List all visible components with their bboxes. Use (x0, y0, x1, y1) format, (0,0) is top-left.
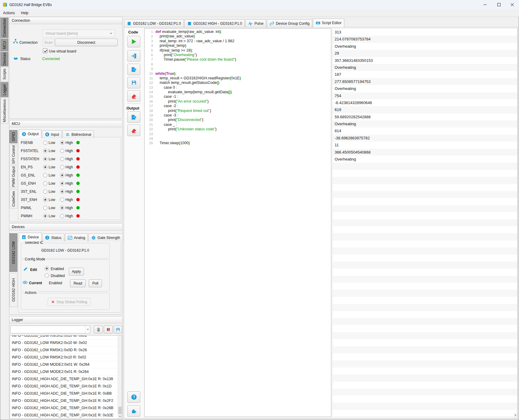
side-tab-devices[interactable]: Devices (1, 52, 8, 66)
high-radio[interactable]: High (60, 206, 76, 210)
clear-output-button[interactable] (127, 125, 140, 136)
log-row[interactable]: INFO - GD3162_LOW RMSK2:0x10 W: 0x02 (10, 335, 122, 339)
low-radio[interactable]: Low (43, 165, 60, 169)
side-tab-miscellaneous[interactable]: Miscellaneous (1, 98, 8, 124)
keyboard-icon (316, 21, 320, 25)
line-number: 10 (145, 72, 155, 76)
log-row[interactable]: INFO - GD3162_LOW RMSK1:0x0D R: 0x26 (10, 347, 122, 354)
high-radio[interactable]: High (60, 181, 76, 186)
log-row[interactable]: INFO - GD3162_LOW MODE2:0x01 R: 0x264 (10, 368, 122, 376)
log-row[interactable]: INFO - GD3162_HIGH ADC_DIE_TEMP_GH:0x1E … (10, 383, 122, 390)
low-radio[interactable]: Low (43, 206, 60, 210)
high-radio[interactable]: High (60, 149, 76, 153)
logger-filter-input[interactable] (12, 326, 85, 333)
main-tab-device-group-config[interactable]: Device Group Config (267, 19, 312, 27)
high-radio[interactable]: High (60, 173, 76, 177)
clear-log-button[interactable] (94, 326, 103, 333)
high-radio[interactable]: High (60, 157, 76, 161)
line-number: 15 (145, 94, 155, 99)
tab-status[interactable]: Status (42, 234, 64, 241)
tab-analog[interactable]: Analog (65, 234, 88, 241)
low-radio[interactable]: Low (43, 149, 60, 153)
close-button[interactable] (505, 0, 519, 9)
logger-filter-combobox[interactable] (10, 326, 90, 333)
edit-enabled-radio[interactable] (45, 266, 49, 271)
side-tab-pwm-output[interactable]: PWM Output (9, 166, 18, 188)
code-line: 15 case -1 : (145, 94, 331, 99)
disconnect-button[interactable]: Disconnect (55, 39, 118, 46)
main-tab-script-editor[interactable]: Script Editor (313, 18, 344, 27)
log-row[interactable]: INFO - GD3162_LOW RMSK2:0x10 R: 0x02 (10, 354, 122, 361)
tab-bidirectional[interactable]: Bidirectional (62, 130, 94, 138)
menu-bar: Actions Help (0, 9, 519, 17)
maximize-button[interactable] (492, 0, 506, 9)
side-tab-gd3162-low[interactable]: GD3162 LOW (9, 233, 18, 272)
poll-button[interactable]: Poll (89, 279, 102, 287)
tab-input[interactable]: Input (42, 130, 62, 138)
pause-log-button[interactable] (104, 326, 113, 333)
side-tab-logger[interactable]: Logger (1, 82, 8, 97)
export-output-button[interactable] (127, 111, 140, 123)
side-tab-spi-control[interactable]: SPI Control (9, 145, 18, 164)
high-radio[interactable]: High (60, 141, 76, 145)
output-scroll-down-icon[interactable]: ▼ (514, 413, 517, 418)
low-radio[interactable]: Low (43, 181, 60, 186)
gpio-row-3st-enl: 3ST_ENLLowHigh (18, 187, 121, 196)
save-log-button[interactable] (114, 326, 122, 333)
save-script-button[interactable] (127, 77, 140, 88)
log-row[interactable]: INFO - GD3162_HIGH ADC_DIE_TEMP_GH:0x1E … (10, 412, 122, 419)
side-tab-scripts[interactable]: Scripts (1, 67, 8, 81)
high-radio[interactable]: High (60, 214, 76, 218)
use-virtual-board-checkbox[interactable] (43, 49, 47, 53)
minimize-button[interactable] (478, 0, 492, 9)
scan-button[interactable]: Scan (43, 39, 54, 46)
gpio-row-en-ps: EN_PSLowHigh (18, 163, 121, 171)
main-tab-pulse[interactable]: Pulse (245, 19, 266, 27)
apply-button[interactable]: Apply (69, 268, 84, 275)
menu-item-help[interactable]: Help (18, 9, 31, 17)
high-radio[interactable]: High (60, 165, 76, 169)
gpio-row-gs-enl: GS_ENLLowHigh (18, 171, 121, 179)
menu-item-actions[interactable]: Actions (0, 9, 18, 17)
log-row[interactable]: INFO - GD3162_LOW RMSK2:0x10 W: 0x02 (10, 339, 122, 347)
export-script-button[interactable] (127, 64, 140, 75)
low-radio[interactable]: Low (43, 157, 60, 161)
logger-scrollbar[interactable]: ▼ (118, 336, 122, 418)
stop-global-polling-button[interactable]: Stop Global Polling (48, 298, 91, 306)
run-script-button[interactable] (127, 36, 140, 47)
main-tab-bar: GD3162 LOW - GD3162:P1.0GD3162 HIGH - GD… (124, 19, 345, 27)
side-tab-gpio[interactable]: GPIO (9, 130, 18, 143)
log-row[interactable]: INFO - GD3162_LOW MODE2:0x01 W: 0x264 (10, 361, 122, 368)
read-button[interactable]: Read (70, 279, 86, 287)
tab-gate-strength[interactable]: Gate Strength (88, 234, 123, 241)
plugins-button[interactable] (127, 405, 140, 417)
log-row[interactable]: INFO - GD3162_HIGH ADC_DIE_TEMP_GH:0x1E … (10, 397, 122, 405)
log-row[interactable]: INFO - GD3162_HIGH ADC_DIE_TEMP_GH:0x1E … (10, 390, 122, 397)
tab-output[interactable]: Output (19, 129, 41, 138)
side-tab-mcu[interactable]: MCU (1, 39, 8, 51)
low-radio[interactable]: Low (43, 214, 60, 218)
tab-device[interactable]: Device (19, 233, 42, 241)
import-script-button[interactable] (127, 50, 140, 62)
board-select[interactable]: Virtual board [demo] (43, 30, 115, 37)
side-tab-codegen[interactable]: CodeGen (9, 189, 18, 208)
scrollbar-thumb[interactable] (118, 407, 122, 414)
low-radio[interactable]: Low (43, 189, 60, 194)
log-row[interactable]: INFO - GD3162_HIGH ADC_DIE_TEMP_GH:0x1E … (10, 376, 122, 383)
low-radio[interactable]: Low (43, 141, 60, 145)
main-tab-gd3162-low-gd3162-p1-0[interactable]: GD3162 LOW - GD3162:P1.0 (124, 19, 184, 27)
scroll-down-icon[interactable]: ▼ (118, 415, 122, 418)
logger-list[interactable]: INFO - GD3162_LOW RMSK2:0x10 W: 0x02INFO… (10, 335, 122, 419)
clear-code-button[interactable] (127, 90, 140, 102)
code-editor[interactable]: 1def evaluate_temp(raw_adc_value: int):2… (144, 28, 331, 417)
main-tab-gd3162-high-gd3162-p1-0[interactable]: GD3162 HIGH - GD3162:P1.0 (184, 19, 245, 27)
log-row[interactable]: INFO - GD3162_HIGH ADC_DIE_TEMP_GH:0x1E … (10, 405, 122, 412)
side-tab-connection[interactable]: Connection (1, 18, 8, 38)
high-radio[interactable]: High (60, 189, 76, 194)
low-radio[interactable]: Low (43, 198, 60, 202)
high-radio[interactable]: High (60, 198, 76, 202)
edit-disabled-radio[interactable] (45, 273, 49, 278)
low-radio[interactable]: Low (43, 173, 60, 177)
side-tab-gd3162-high[interactable]: GD3162 HIGH (9, 273, 18, 307)
help-button[interactable]: ? (127, 391, 140, 403)
